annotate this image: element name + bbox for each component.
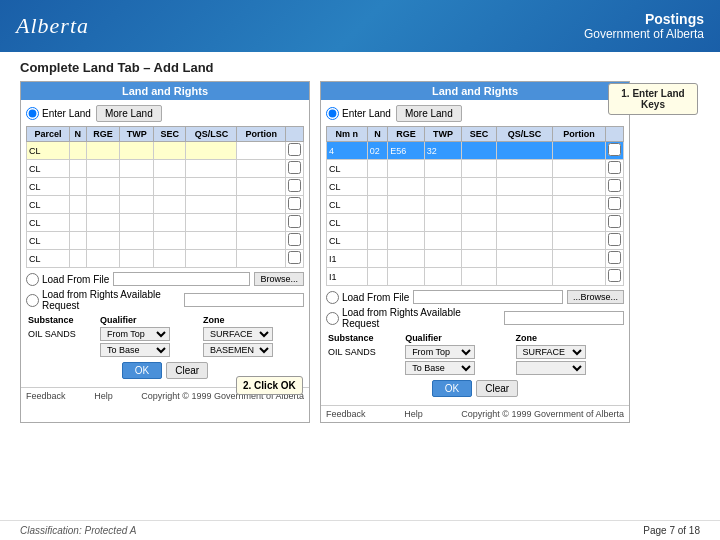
- header-title-main: Postings: [584, 11, 704, 27]
- panel1-qualifier2-select[interactable]: To Base: [100, 343, 170, 357]
- panel1-qualifier1-select[interactable]: From Top: [100, 327, 170, 341]
- callout-step2: 2. Click OK: [236, 376, 303, 395]
- classification-label: Classification: Protected A: [20, 525, 136, 536]
- panel2-land-table: Nm n N RGE TWP SEC QS/LSC Portion 4: [326, 126, 624, 286]
- main-content: Land and Rights Enter Land More Land Par…: [0, 81, 720, 423]
- table-row: I1: [327, 268, 624, 286]
- panel1-clear-btn[interactable]: Clear: [166, 362, 208, 379]
- panel1-browse-btn[interactable]: Browse...: [254, 272, 304, 286]
- table-row: CL: [327, 196, 624, 214]
- panel2-footer-copyright: Copyright © 1999 Government of Alberta: [461, 409, 624, 419]
- panel1-load-rights-input[interactable]: [184, 293, 304, 307]
- panel2-zone1-select[interactable]: SURFACE: [516, 345, 586, 359]
- panel1-sqz-table: Substance Qualifier Zone OIL SANDS From …: [26, 314, 304, 358]
- panel2-footer: Feedback Help Copyright © 1999 Governmen…: [321, 405, 629, 422]
- panel1: Land and Rights Enter Land More Land Par…: [20, 81, 310, 423]
- panel2-enter-land-radio[interactable]: Enter Land: [326, 107, 391, 120]
- table-row: CL: [27, 142, 304, 160]
- panel2-load-rights-input[interactable]: [504, 311, 624, 325]
- page-number: Page 7 of 18: [643, 525, 700, 536]
- sqz-row1: OIL SANDS From Top SURFACE: [326, 344, 624, 360]
- panel2-wrapper: 1. Enter Land Keys Land and Rights Enter…: [320, 81, 700, 423]
- panel2-browse-btn[interactable]: ...Browse...: [567, 290, 624, 304]
- panel2-ok-btn[interactable]: OK: [432, 380, 472, 397]
- sqz-row1: OIL SANDS From Top SURFACE: [26, 326, 304, 342]
- panel2-title: Land and Rights: [321, 82, 629, 100]
- table-row: CL: [27, 160, 304, 178]
- panel2-qualifier2-select[interactable]: To Base: [405, 361, 475, 375]
- panel2-actions: 2. Click OK OK Clear: [326, 380, 624, 397]
- panel2-load-rights-radio[interactable]: Load from Rights Available Request: [326, 307, 500, 329]
- panel1-footer-feedback[interactable]: Feedback: [26, 391, 66, 401]
- panel1-enter-land-radio[interactable]: Enter Land: [26, 107, 91, 120]
- panel1-load-file-input[interactable]: [113, 272, 250, 286]
- header-title-sub: Government of Alberta: [584, 27, 704, 41]
- panel2-more-land-btn[interactable]: More Land: [396, 105, 462, 122]
- panel2-qualifier1-select[interactable]: From Top: [405, 345, 475, 359]
- panel2-load-file-input[interactable]: [413, 290, 563, 304]
- logo: Alberta: [16, 13, 89, 39]
- table-row: 4 02 E56 32: [327, 142, 624, 160]
- header: Alberta Postings Government of Alberta: [0, 0, 720, 52]
- sqz-row2: To Base BASEMENT: [26, 342, 304, 358]
- table-row: I1: [327, 250, 624, 268]
- panel2-sqz-table: Substance Qualifier Zone OIL SANDS From …: [326, 332, 624, 376]
- panel1-title: Land and Rights: [21, 82, 309, 100]
- panel1-zone1-select[interactable]: SURFACE: [203, 327, 273, 341]
- table-row: CL: [327, 214, 624, 232]
- alberta-logo-text: Alberta: [16, 13, 89, 39]
- table-row: CL: [27, 250, 304, 268]
- panel2-zone2-select[interactable]: [516, 361, 586, 375]
- panel2: Land and Rights Enter Land More Land Nm …: [320, 81, 630, 423]
- panel1-load-file-radio[interactable]: Load From File: [26, 273, 109, 286]
- table-row: CL: [327, 178, 624, 196]
- panel1-more-land-btn[interactable]: More Land: [96, 105, 162, 122]
- table-row: CL: [327, 232, 624, 250]
- callout-step1: 1. Enter Land Keys: [608, 83, 698, 115]
- panel2-footer-feedback[interactable]: Feedback: [326, 409, 366, 419]
- table-row: CL: [327, 160, 624, 178]
- table-row: CL: [27, 214, 304, 232]
- sqz-row2: To Base: [326, 360, 624, 376]
- page-footer: Classification: Protected A Page 7 of 18: [0, 520, 720, 540]
- page-title: Complete Land Tab – Add Land: [0, 52, 720, 81]
- table-row: CL: [27, 178, 304, 196]
- panel1-footer-help[interactable]: Help: [94, 391, 113, 401]
- table-row: CL: [27, 196, 304, 214]
- panel2-footer-help[interactable]: Help: [404, 409, 423, 419]
- panel1-load-rights-radio[interactable]: Load from Rights Available Request: [26, 289, 180, 311]
- panel2-load-file-radio[interactable]: Load From File: [326, 291, 409, 304]
- panel2-clear-btn[interactable]: Clear: [476, 380, 518, 397]
- header-title: Postings Government of Alberta: [584, 11, 704, 41]
- table-row: CL: [27, 232, 304, 250]
- panel1-land-table: Parcel N RGE TWP SEC QS/LSC Portion CL: [26, 126, 304, 268]
- panel1-zone2-select[interactable]: BASEMENT: [203, 343, 273, 357]
- panel1-ok-btn[interactable]: OK: [122, 362, 162, 379]
